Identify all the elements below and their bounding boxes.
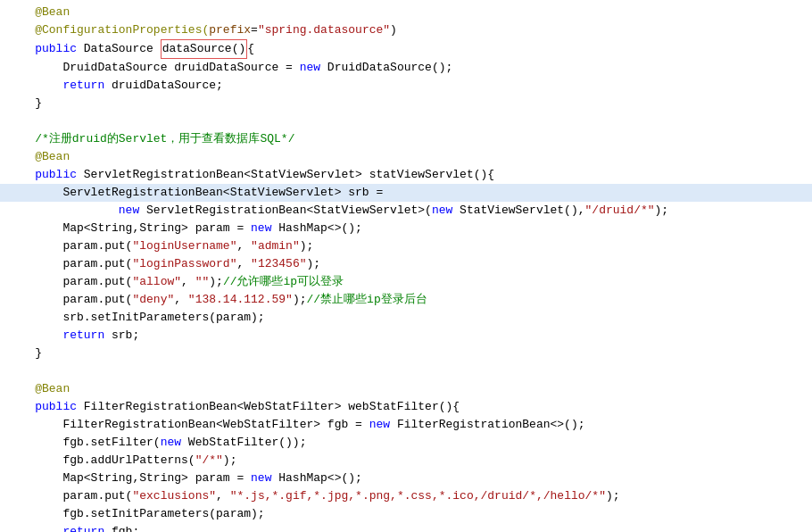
code-text: srb.setInitParameters(param); <box>7 309 265 327</box>
comment: //允许哪些ip可以登录 <box>223 273 344 291</box>
code-line: public ServletRegistrationBean<StatViewS… <box>0 166 812 184</box>
code-text: srb; <box>104 327 139 345</box>
code-line: public FilterRegistrationBean<WebStatFil… <box>0 398 812 416</box>
code-line: param.put("deny", "138.14.112.59");//禁止哪… <box>0 291 812 309</box>
code-line: DruidDataSource druidDataSource = new Dr… <box>0 59 812 77</box>
keyword: new <box>7 202 139 220</box>
code-line: fgb.addUrlPatterns("/*"); <box>0 452 812 470</box>
code-line: FilterRegistrationBean<WebStatFilter> fg… <box>0 416 812 434</box>
code-text: ); <box>223 452 237 470</box>
code-text: , <box>181 273 195 291</box>
code-text: fgb.addUrlPatterns( <box>7 452 195 470</box>
string-literal: "/druid/*" <box>585 202 655 220</box>
keyword: return <box>7 327 104 345</box>
code-text: fgb.setInitParameters(param); <box>7 505 265 523</box>
comment: /*注册druid的Servlet，用于查看数据库SQL*/ <box>7 130 294 148</box>
code-line: Map<String,String> param = new HashMap<>… <box>0 220 812 237</box>
code-text: ); <box>293 291 307 309</box>
code-text: } <box>7 345 42 362</box>
string-literal: "admin" <box>251 237 300 255</box>
code-text: param.put( <box>7 255 132 273</box>
annotation: @Bean <box>7 148 70 166</box>
code-text: ); <box>655 202 669 220</box>
code-line <box>0 112 812 130</box>
code-text: param.put( <box>7 291 132 309</box>
code-text: ServletRegistrationBean<StatViewServlet>… <box>139 202 432 220</box>
keyword: new <box>300 59 320 77</box>
code-line: srb.setInitParameters(param); <box>0 309 812 327</box>
code-line: param.put("exclusions", "*.js,*.gif,*.jp… <box>0 487 812 505</box>
code-text: , <box>236 237 251 255</box>
code-text: ); <box>307 255 321 273</box>
string-literal: "loginPassword" <box>132 255 236 273</box>
code-text: ) <box>390 21 397 39</box>
code-line: param.put("loginUsername", "admin"); <box>0 237 812 255</box>
code-text: Map<String,String> param = <box>7 470 251 487</box>
code-line: Map<String,String> param = new HashMap<>… <box>0 470 812 487</box>
string-literal: "exclusions" <box>132 487 216 505</box>
code-line: } <box>0 95 812 112</box>
code-editor: @Bean @ConfigurationProperties(prefix="s… <box>0 0 812 532</box>
code-text: fgb.setFilter( <box>7 434 161 452</box>
code-text: param.put( <box>7 237 132 255</box>
code-text: WebStatFilter()); <box>181 434 306 452</box>
code-text: ServletRegistrationBean<StatViewServlet>… <box>77 166 494 184</box>
code-line: @Bean <box>0 380 812 398</box>
code-line: param.put("loginPassword", "123456"); <box>0 255 812 273</box>
string-literal: "*.js,*.gif,*.jpg,*.png,*.css,*.ico,/dru… <box>230 487 606 505</box>
code-text: StatViewServlet(), <box>452 202 584 220</box>
code-text: param.put( <box>7 273 132 291</box>
code-text: HashMap<>(); <box>271 470 361 487</box>
code-text: } <box>7 95 42 112</box>
code-text: ); <box>300 237 314 255</box>
code-text: { <box>247 40 254 58</box>
code-line: public DataSource dataSource(){ <box>0 39 812 59</box>
code-text: Map<String,String> param = <box>7 220 251 237</box>
code-line <box>0 362 812 380</box>
keyword: public <box>7 40 77 58</box>
annotation: @ConfigurationProperties( <box>7 21 209 39</box>
code-line: /*注册druid的Servlet，用于查看数据库SQL*/ <box>0 130 812 148</box>
code-text: ); <box>606 487 620 505</box>
keyword: return <box>7 77 104 95</box>
code-text: DataSource <box>77 40 161 58</box>
code-text: ServletRegistrationBean<StatViewServlet>… <box>7 184 383 202</box>
code-text: , <box>216 487 230 505</box>
code-text: param.put( <box>7 487 132 505</box>
code-text: FilterRegistrationBean<>(); <box>390 416 584 434</box>
string-literal: "138.14.112.59" <box>188 291 293 309</box>
code-line: @ConfigurationProperties(prefix="spring.… <box>0 21 812 39</box>
code-text: FilterRegistrationBean<WebStatFilter> we… <box>77 398 460 416</box>
keyword: public <box>7 166 77 184</box>
string-literal: "/*" <box>195 452 223 470</box>
code-line: return srb; <box>0 327 812 345</box>
code-line: param.put("allow", "");//允许哪些ip可以登录 <box>0 273 812 291</box>
code-line: new ServletRegistrationBean<StatViewServ… <box>0 202 812 220</box>
code-text: = <box>251 21 258 39</box>
string-literal: "loginUsername" <box>132 237 236 255</box>
string-literal: "deny" <box>132 291 174 309</box>
code-line: fgb.setFilter(new WebStatFilter()); <box>0 434 812 452</box>
code-line: return druidDataSource; <box>0 77 812 95</box>
keyword: new <box>251 470 271 487</box>
code-line: @Bean <box>0 4 812 21</box>
comment: //禁止哪些ip登录后台 <box>307 291 427 309</box>
annotation: @Bean <box>7 380 70 398</box>
code-text: , <box>236 255 251 273</box>
code-text: druidDataSource; <box>104 77 223 95</box>
string-literal: "123456" <box>251 255 306 273</box>
param-name: prefix <box>209 21 251 39</box>
keyword: new <box>161 434 181 452</box>
code-line: @Bean <box>0 148 812 166</box>
keyword: new <box>251 220 271 237</box>
outlined-method: dataSource() <box>161 39 248 59</box>
code-text: fgb; <box>104 523 139 533</box>
code-line: } <box>0 345 812 362</box>
string-literal: "allow" <box>132 273 181 291</box>
code-line: return fgb; <box>0 523 812 533</box>
code-text: , <box>174 291 188 309</box>
code-content: @Bean @ConfigurationProperties(prefix="s… <box>0 4 812 532</box>
string-literal: "" <box>195 273 210 291</box>
code-text: DruidDataSource druidDataSource = <box>7 59 300 77</box>
keyword: new <box>432 202 452 220</box>
